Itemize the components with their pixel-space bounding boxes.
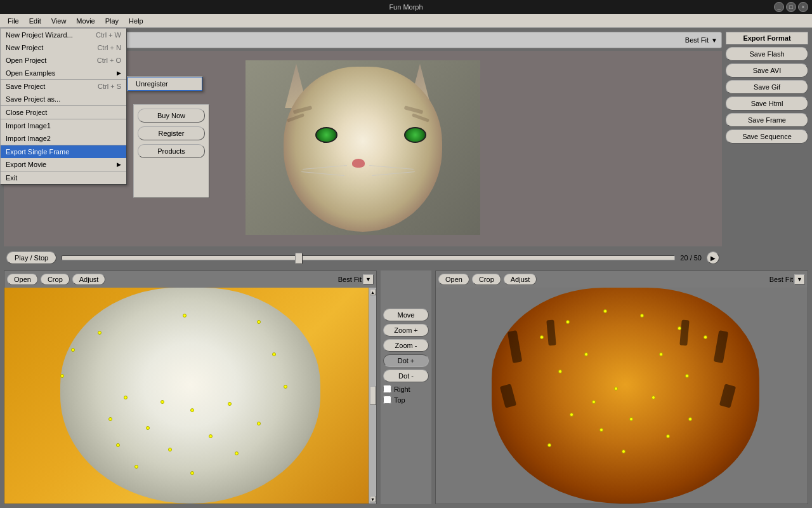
morph-dot[interactable]: [704, 335, 707, 339]
morph-dot[interactable]: [652, 396, 655, 399]
save-html-button[interactable]: Save Html: [726, 97, 808, 110]
scroll-up-arrow[interactable]: ▲: [370, 289, 376, 295]
right-fit-dropdown-arrow[interactable]: ▼: [794, 274, 805, 284]
menu-file[interactable]: File: [3, 16, 24, 26]
morph-dot[interactable]: [599, 428, 603, 432]
menu-save-project[interactable]: Save Project Ctrl + S: [1, 79, 126, 93]
file-dropdown: New Project Wizard... Ctrl + W New Proje…: [0, 28, 127, 185]
menu-play[interactable]: Play: [100, 16, 124, 26]
cat-eye-right: [404, 127, 426, 143]
left-image-panel: Open Crop Adjust Best Fit ▼: [4, 271, 377, 504]
dot-remove-button[interactable]: Dot -: [383, 370, 429, 382]
menu-close-project[interactable]: Close Project: [1, 105, 126, 119]
menu-export-single-frame[interactable]: Export Single Frame: [1, 145, 126, 158]
scroll-down-arrow[interactable]: ▼: [370, 496, 376, 502]
morph-preview-image: [246, 60, 480, 235]
menu-exit[interactable]: Exit: [1, 171, 126, 184]
morph-dot[interactable]: [284, 385, 287, 389]
menu-open-project[interactable]: Open Project Ctrl + O: [1, 54, 126, 67]
close-button[interactable]: ×: [798, 2, 808, 12]
menu-save-project-as[interactable]: Save Project as...: [1, 93, 126, 105]
morph-dot[interactable]: [124, 396, 128, 399]
play-stop-button[interactable]: Play / Stop: [6, 251, 56, 264]
dot-add-button[interactable]: Dot +: [383, 354, 429, 367]
morph-dot[interactable]: [685, 374, 689, 378]
menu-view[interactable]: View: [46, 16, 72, 26]
morph-dot[interactable]: [592, 400, 596, 404]
menu-movie[interactable]: Movie: [71, 16, 100, 26]
menu-import-image1[interactable]: Import Image1: [1, 119, 126, 132]
morph-dot[interactable]: [60, 374, 64, 378]
morph-dot[interactable]: [190, 471, 194, 475]
morph-dot[interactable]: [98, 331, 102, 335]
left-cat-image: [4, 288, 376, 504]
morph-dot[interactable]: [272, 352, 276, 356]
bottom-section: Open Crop Adjust Best Fit ▼: [4, 271, 808, 504]
progress-thumb[interactable]: [295, 253, 303, 264]
preview-fit-label: Best Fit: [685, 36, 709, 44]
left-crop-button[interactable]: Crop: [41, 274, 70, 285]
cat-eye-left: [315, 127, 337, 143]
right-checkbox-label[interactable]: Right: [383, 385, 429, 393]
zoom-in-button[interactable]: Zoom +: [383, 324, 429, 337]
frame-nav-button[interactable]: ▶: [707, 251, 719, 264]
morph-dot[interactable]: [146, 426, 150, 430]
morph-dot[interactable]: [134, 465, 138, 469]
left-fit-dropdown-arrow[interactable]: ▼: [363, 274, 374, 284]
right-tiger-image: [436, 288, 808, 504]
preview-controls: Play / Stop 20 / 50 ▶: [4, 249, 722, 267]
buy-now-button[interactable]: Buy Now: [138, 109, 205, 123]
preview-fit-dropdown[interactable]: ▼: [711, 37, 717, 44]
right-open-button[interactable]: Open: [438, 274, 469, 285]
save-gif-button[interactable]: Save Gif: [726, 80, 808, 94]
menu-import-image2[interactable]: Import Image2: [1, 132, 126, 145]
morph-dot[interactable]: [160, 400, 164, 404]
save-sequence-button[interactable]: Save Sequence: [726, 130, 808, 144]
right-checkbox[interactable]: [383, 385, 391, 393]
progress-track[interactable]: [62, 255, 675, 260]
morph-dot[interactable]: [168, 448, 172, 451]
morph-dot[interactable]: [547, 443, 551, 447]
save-avi-button[interactable]: Save AVI: [726, 64, 808, 77]
app-title: Fun Morph: [389, 3, 422, 11]
cat-nose: [352, 159, 365, 168]
right-adjust-button[interactable]: Adjust: [504, 274, 537, 285]
morph-dot[interactable]: [228, 402, 232, 406]
morph-dot[interactable]: [603, 309, 607, 313]
left-open-button[interactable]: Open: [7, 274, 38, 285]
menu-help[interactable]: Help: [124, 16, 148, 26]
scroll-thumb[interactable]: [370, 386, 376, 405]
morph-dot[interactable]: [659, 352, 663, 356]
menu-open-examples[interactable]: Open Examples ▶: [1, 67, 126, 79]
save-frame-button[interactable]: Save Frame: [726, 113, 808, 127]
menu-new-project-wizard[interactable]: New Project Wizard... Ctrl + W: [1, 29, 126, 41]
morph-dot[interactable]: [622, 450, 625, 453]
top-checkbox[interactable]: [383, 396, 391, 404]
tiger-face: [492, 288, 759, 504]
zoom-out-button[interactable]: Zoom -: [383, 339, 429, 352]
menu-export-movie[interactable]: Export Movie ▶: [1, 158, 126, 171]
left-panel-body: ▲ ▼: [4, 288, 376, 504]
minimize-button[interactable]: _: [774, 2, 784, 12]
top-checkbox-label[interactable]: Top: [383, 396, 429, 404]
morph-dot[interactable]: [629, 417, 633, 421]
morph-dot[interactable]: [116, 443, 120, 447]
right-crop-button[interactable]: Crop: [472, 274, 501, 285]
left-fit-label: Best Fit: [338, 276, 362, 283]
menu-edit[interactable]: Edit: [24, 16, 46, 26]
title-bar: Fun Morph _ □ ×: [0, 0, 812, 14]
right-image-panel: Open Crop Adjust Best Fit ▼: [435, 271, 808, 504]
submenu-unregister[interactable]: Unregister: [128, 77, 202, 91]
left-panel-scrollbar[interactable]: ▲ ▼: [369, 288, 376, 504]
menu-new-project[interactable]: New Project Ctrl + N: [1, 41, 126, 54]
menu-bar: File Edit View Movie Play Help: [0, 14, 812, 28]
save-flash-button[interactable]: Save Flash: [726, 47, 808, 61]
products-button[interactable]: Products: [138, 144, 205, 158]
open-examples-submenu: Unregister: [127, 76, 203, 91]
register-button[interactable]: Register: [138, 126, 205, 140]
move-button[interactable]: Move: [383, 309, 429, 321]
morph-dot[interactable]: [540, 335, 544, 339]
right-panel-header: Open Crop Adjust Best Fit ▼: [436, 271, 808, 288]
maximize-button[interactable]: □: [786, 2, 796, 12]
left-adjust-button[interactable]: Adjust: [72, 274, 106, 285]
